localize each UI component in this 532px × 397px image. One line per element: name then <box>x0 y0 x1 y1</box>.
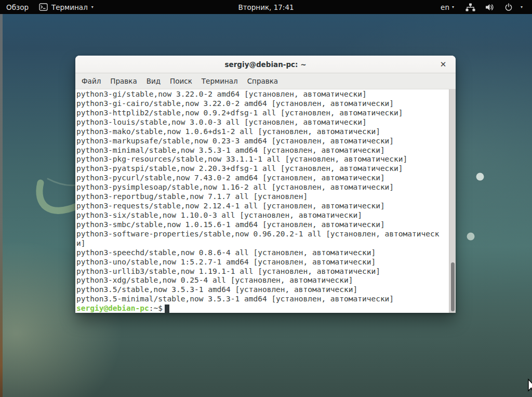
terminal-output-area[interactable]: python3-gi/stable,now 3.22.0-2 amd64 [ус… <box>75 89 456 313</box>
activities-label: Обзор <box>6 3 29 11</box>
activities-button[interactable]: Обзор <box>1 0 34 14</box>
chevron-down-icon: ▾ <box>521 5 523 9</box>
mouse-pointer-icon <box>523 378 532 394</box>
menu-search[interactable]: Поиск <box>165 73 197 89</box>
clock-button[interactable]: Вторник, 17:41 <box>234 0 298 14</box>
keyboard-layout-button[interactable]: en ▾ <box>436 0 458 14</box>
volume-icon <box>485 3 495 11</box>
menu-edit[interactable]: Правка <box>105 73 141 89</box>
terminal-scrollbar-thumb[interactable] <box>451 262 455 311</box>
terminal-icon <box>39 3 48 11</box>
terminal-window: sergiy@debian-pc: ~ ✕ Файл Правка Вид По… <box>75 56 456 313</box>
close-button[interactable]: ✕ <box>436 56 450 73</box>
menu-file[interactable]: Файл <box>77 73 105 89</box>
system-status-area: en ▾ <box>436 0 532 14</box>
app-menu-label: Терминал <box>51 3 88 11</box>
terminal-scrollbar[interactable] <box>449 89 456 313</box>
window-titlebar[interactable]: sergiy@debian-pc: ~ ✕ <box>75 56 456 73</box>
menu-view[interactable]: Вид <box>142 73 165 89</box>
menu-help[interactable]: Справка <box>243 73 283 89</box>
menu-terminal[interactable]: Терминал <box>197 73 243 89</box>
network-wired-icon <box>466 3 475 11</box>
menu-bar: Файл Правка Вид Поиск Терминал Справка <box>75 73 456 89</box>
power-icon <box>504 3 513 11</box>
window-title: sergiy@debian-pc: ~ <box>225 60 307 69</box>
keyboard-layout-label: en <box>441 3 449 11</box>
clock-label: Вторник, 17:41 <box>238 3 294 11</box>
prompt-user-host: sergiy@debian-pc <box>76 304 149 313</box>
app-menu-button[interactable]: Терминал ▾ <box>34 0 99 14</box>
terminal-prompt-line: sergiy@debian-pc:~$ <box>75 304 456 313</box>
prompt-suffix: :~$ <box>149 304 163 313</box>
terminal-cursor <box>165 305 169 313</box>
system-menu-button[interactable]: ▾ <box>458 0 527 14</box>
terminal-output-text: python3-gi/stable,now 3.22.0-2 amd64 [ус… <box>75 89 456 304</box>
chevron-down-icon: ▾ <box>452 5 454 9</box>
chevron-down-icon: ▾ <box>91 5 94 9</box>
top-bar: Обзор Терминал ▾ Вторник, 17:41 en ▾ <box>0 0 532 14</box>
wallpaper-edge-strip <box>0 14 3 397</box>
